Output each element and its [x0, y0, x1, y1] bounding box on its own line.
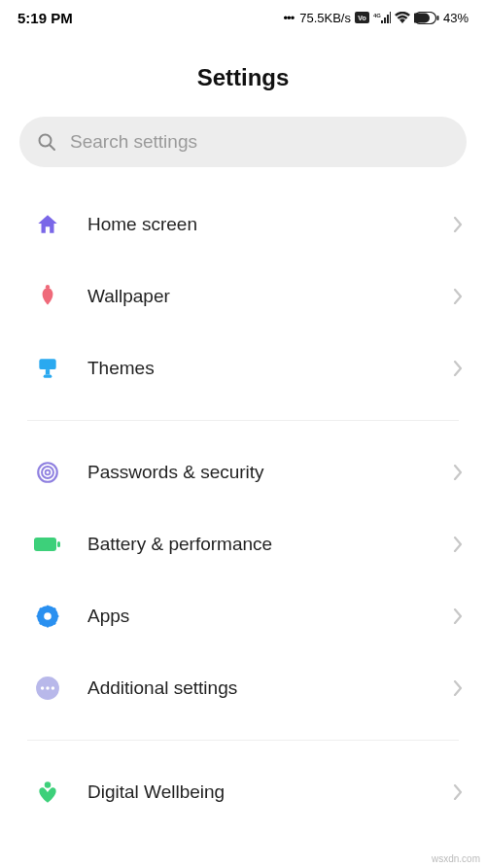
divider	[27, 740, 459, 741]
svg-rect-13	[46, 369, 50, 374]
wifi-icon	[395, 12, 410, 23]
svg-rect-8	[436, 16, 438, 20]
themes-icon	[35, 356, 60, 381]
fingerprint-icon	[35, 460, 60, 485]
svg-point-21	[44, 612, 52, 620]
page-title: Settings	[0, 64, 486, 91]
watermark: wsxdn.com	[432, 853, 480, 864]
list-item-themes[interactable]: Themes	[0, 332, 486, 404]
list-item-battery-performance[interactable]: Battery & performance	[0, 508, 486, 580]
status-indicators: 75.5KB/s Vo 4G 43%	[284, 11, 469, 25]
battery-status-icon	[414, 12, 439, 24]
divider	[27, 420, 459, 421]
chevron-right-icon	[453, 361, 463, 376]
svg-line-10	[51, 146, 55, 151]
svg-point-26	[45, 781, 52, 788]
chevron-right-icon	[453, 784, 463, 800]
list-item-passwords-security[interactable]: Passwords & security	[0, 436, 486, 508]
settings-group-1: Home screen Wallpaper Themes	[0, 189, 486, 404]
item-label: Battery & performance	[87, 534, 428, 555]
apps-icon	[35, 604, 60, 629]
svg-rect-18	[34, 538, 56, 551]
item-label: Digital Wellbeing	[87, 781, 428, 803]
svg-point-25	[52, 686, 54, 689]
svg-rect-3	[381, 20, 383, 23]
search-input[interactable]: Search settings	[19, 117, 467, 167]
svg-rect-12	[39, 359, 55, 369]
list-item-digital-wellbeing[interactable]: Digital Wellbeing	[0, 756, 486, 828]
svg-point-24	[46, 686, 49, 689]
search-placeholder: Search settings	[70, 131, 197, 153]
svg-rect-14	[44, 375, 52, 378]
svg-rect-5	[387, 15, 389, 23]
svg-text:Vo: Vo	[358, 15, 365, 21]
status-bar: 5:19 PM 75.5KB/s Vo 4G 43%	[0, 0, 486, 35]
chevron-right-icon	[453, 608, 463, 624]
item-label: Wallpaper	[87, 286, 428, 307]
search-icon	[37, 132, 56, 152]
signal-4g-icon: 4G	[373, 12, 391, 23]
svg-point-17	[46, 470, 51, 475]
settings-group-2: Passwords & security Battery & performan…	[0, 436, 486, 724]
volte-icon: Vo	[355, 12, 369, 23]
svg-point-9	[40, 135, 52, 147]
battery-percent: 43%	[443, 11, 469, 25]
chevron-right-icon	[453, 537, 463, 552]
wellbeing-icon	[35, 780, 60, 805]
svg-point-16	[42, 467, 53, 478]
list-item-additional-settings[interactable]: Additional settings	[0, 652, 486, 724]
settings-group-3: Digital Wellbeing	[0, 756, 486, 828]
svg-point-11	[46, 285, 50, 289]
more-indicator-icon	[284, 11, 296, 25]
item-label: Themes	[87, 358, 428, 379]
wallpaper-icon	[35, 284, 60, 309]
chevron-right-icon	[453, 217, 463, 232]
item-label: Apps	[87, 606, 428, 627]
network-speed: 75.5KB/s	[299, 11, 351, 25]
header: Settings	[0, 35, 486, 117]
list-item-apps[interactable]: Apps	[0, 580, 486, 652]
item-label: Passwords & security	[87, 462, 428, 483]
svg-rect-19	[57, 541, 60, 547]
list-item-wallpaper[interactable]: Wallpaper	[0, 260, 486, 332]
chevron-right-icon	[453, 680, 463, 696]
item-label: Additional settings	[87, 677, 428, 699]
additional-icon	[35, 676, 60, 701]
svg-rect-4	[384, 17, 386, 23]
chevron-right-icon	[453, 465, 463, 480]
battery-icon	[34, 537, 61, 552]
item-label: Home screen	[87, 214, 428, 235]
svg-text:4G: 4G	[373, 13, 381, 18]
svg-rect-6	[390, 12, 391, 23]
status-time: 5:19 PM	[17, 10, 73, 26]
chevron-right-icon	[453, 289, 463, 304]
home-icon	[35, 212, 60, 237]
list-item-home-screen[interactable]: Home screen	[0, 189, 486, 260]
svg-point-23	[41, 686, 44, 689]
